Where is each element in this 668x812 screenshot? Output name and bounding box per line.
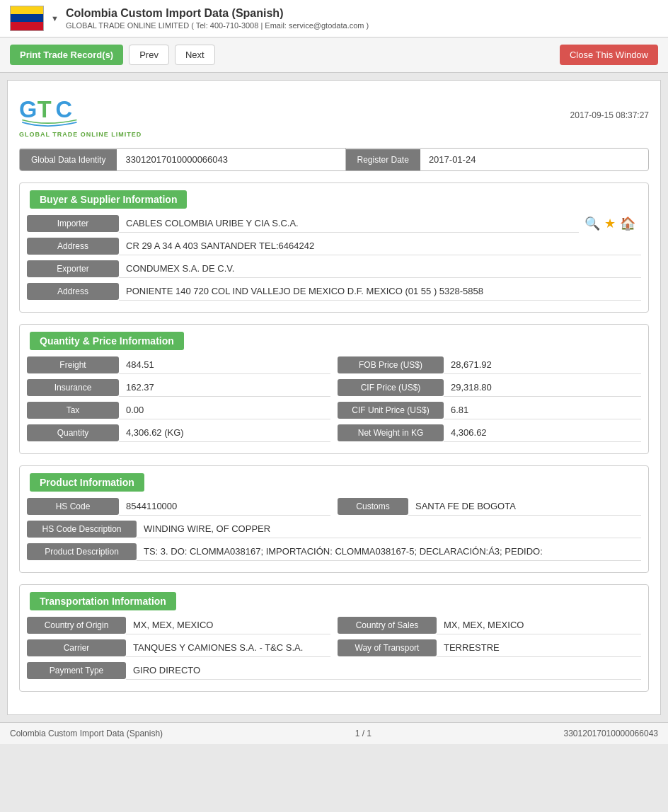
flag-dropdown[interactable]: ▼ xyxy=(51,14,59,23)
hs-code-label: HS Code xyxy=(27,498,119,515)
buyer-supplier-title: Buyer & Supplier Information xyxy=(30,190,187,209)
freight-col: Freight 484.51 xyxy=(27,356,330,374)
hs-code-desc-value: WINDING WIRE, OF COPPER xyxy=(137,520,641,538)
importer-actions: 🔍 ★ 🏠 xyxy=(579,216,641,231)
importer-row: Importer CABLES COLOMBIA URIBE Y CIA S.C… xyxy=(27,214,641,233)
quantity-label: Quantity xyxy=(27,424,119,441)
svg-text:T: T xyxy=(38,97,52,122)
fob-price-value: 28,671.92 xyxy=(444,356,641,374)
carrier-value: TANQUES Y CAMIONES S.A. - T&C S.A. xyxy=(126,639,330,657)
importer-value: CABLES COLOMBIA URIBE Y CIA S.C.A. xyxy=(119,214,579,233)
global-data-identity-label: Global Data Identity xyxy=(20,149,117,170)
quantity-col: Quantity 4,306.62 (KG) xyxy=(27,424,330,442)
insurance-value: 162.37 xyxy=(119,378,330,397)
svg-text:G: G xyxy=(19,97,37,122)
exporter-address-row: Address PONIENTE 140 720 COL IND VALLEJO… xyxy=(27,282,641,301)
tax-cif-unit-row: Tax 0.00 CIF Unit Price (US$) 6.81 xyxy=(27,401,641,419)
top-header: ▼ Colombia Custom Import Data (Spanish) … xyxy=(0,0,668,37)
footer-page-info: 1 / 1 xyxy=(355,729,372,738)
carrier-label: Carrier xyxy=(27,639,126,656)
search-icon[interactable]: 🔍 xyxy=(584,216,600,231)
logo-subtitle: GLOBAL TRADE ONLINE LIMITED xyxy=(19,131,142,138)
quantity-value: 4,306.62 (KG) xyxy=(119,424,330,442)
hs-code-desc-label: HS Code Description xyxy=(27,521,137,538)
origin-sales-row: Country of Origin MX, MEX, MEXICO Countr… xyxy=(27,616,641,634)
cif-unit-price-value: 6.81 xyxy=(444,401,641,419)
net-weight-label: Net Weight in KG xyxy=(338,424,444,441)
country-of-origin-value: MX, MEX, MEXICO xyxy=(126,616,330,634)
importer-address-label: Address xyxy=(27,238,119,255)
product-desc-row: Product Description TS: 3. DO: CLOMMA038… xyxy=(27,543,641,561)
global-data-identity-value: 33012017010000066043 xyxy=(117,149,345,170)
hs-code-desc-row: HS Code Description WINDING WIRE, OF COP… xyxy=(27,520,641,538)
net-weight-col: Net Weight in KG 4,306.62 xyxy=(338,424,641,442)
quantity-price-body: Freight 484.51 FOB Price (US$) 28,671.92… xyxy=(20,350,648,453)
content-area: G T C GLOBAL TRADE ONLINE LIMITED 2017-0… xyxy=(7,80,661,715)
exporter-address-label: Address xyxy=(27,283,119,300)
cif-price-label: CIF Price (US$) xyxy=(338,379,444,396)
close-window-button[interactable]: Close This Window xyxy=(560,45,658,65)
record-datetime: 2017-09-15 08:37:27 xyxy=(570,110,649,120)
freight-fob-row: Freight 484.51 FOB Price (US$) 28,671.92 xyxy=(27,356,641,374)
product-section: Product Information HS Code 8544110000 C… xyxy=(19,465,649,573)
country-of-sales-value: MX, MEX, MEXICO xyxy=(437,616,641,634)
cif-price-col: CIF Price (US$) 29,318.80 xyxy=(338,378,641,397)
customs-label: Customs xyxy=(338,498,408,515)
customs-col: Customs SANTA FE DE BOGOTA xyxy=(338,497,641,516)
app-title: Colombia Custom Import Data (Spanish) xyxy=(66,7,658,20)
customs-value: SANTA FE DE BOGOTA xyxy=(408,497,641,516)
insurance-col: Insurance 162.37 xyxy=(27,378,330,397)
payment-type-value: GIRO DIRECTO xyxy=(126,661,641,680)
country-flag xyxy=(10,6,44,31)
page-footer: Colombia Custom Import Data (Spanish) 1 … xyxy=(0,722,668,744)
register-date-label: Register Date xyxy=(346,149,420,170)
way-of-transport-label: Way of Transport xyxy=(338,639,437,656)
print-button[interactable]: Print Trade Record(s) xyxy=(10,45,123,65)
exporter-label: Exporter xyxy=(27,260,119,277)
exporter-value: CONDUMEX S.A. DE C.V. xyxy=(119,260,641,278)
carrier-transport-row: Carrier TANQUES Y CAMIONES S.A. - T&C S.… xyxy=(27,639,641,657)
way-of-transport-value: TERRESTRE xyxy=(437,639,641,657)
quantity-price-section: Quantity & Price Information Freight 484… xyxy=(19,324,649,454)
prev-button[interactable]: Prev xyxy=(129,45,169,65)
transportation-body: Country of Origin MX, MEX, MEXICO Countr… xyxy=(20,610,648,691)
quantity-price-title-bar: Quantity & Price Information xyxy=(27,332,641,350)
product-desc-label: Product Description xyxy=(27,543,137,560)
freight-label: Freight xyxy=(27,356,119,373)
footer-left: Colombia Custom Import Data (Spanish) xyxy=(10,729,163,738)
register-date-value: 2017-01-24 xyxy=(420,149,648,170)
buyer-supplier-title-bar: Buyer & Supplier Information xyxy=(27,190,641,209)
origin-col: Country of Origin MX, MEX, MEXICO xyxy=(27,616,330,634)
quantity-price-title: Quantity & Price Information xyxy=(30,332,184,350)
payment-type-label: Payment Type xyxy=(27,662,126,679)
product-desc-value: TS: 3. DO: CLOMMA038167; IMPORTACIÓN: CL… xyxy=(137,543,641,561)
way-of-transport-col: Way of Transport TERRESTRE xyxy=(338,639,641,657)
carrier-col: Carrier TANQUES Y CAMIONES S.A. - T&C S.… xyxy=(27,639,330,657)
insurance-label: Insurance xyxy=(27,379,119,396)
next-button[interactable]: Next xyxy=(175,45,215,65)
transportation-title: Transportation Information xyxy=(30,592,176,610)
home-icon[interactable]: 🏠 xyxy=(620,216,635,231)
buyer-supplier-body: Importer CABLES COLOMBIA URIBE Y CIA S.C… xyxy=(20,209,648,312)
tax-col: Tax 0.00 xyxy=(27,401,330,419)
fob-price-label: FOB Price (US$) xyxy=(338,356,444,373)
importer-address-row: Address CR 29 A 34 A 403 SANTANDER TEL:6… xyxy=(27,237,641,255)
app-subtitle: GLOBAL TRADE ONLINE LIMITED ( Tel: 400-7… xyxy=(66,21,658,30)
exporter-row: Exporter CONDUMEX S.A. DE C.V. xyxy=(27,260,641,278)
country-of-origin-label: Country of Origin xyxy=(27,617,126,634)
tax-value: 0.00 xyxy=(119,401,330,419)
fob-price-col: FOB Price (US$) 28,671.92 xyxy=(338,356,641,374)
sales-col: Country of Sales MX, MEX, MEXICO xyxy=(338,616,641,634)
identity-row: Global Data Identity 3301201701000006604… xyxy=(19,148,649,171)
importer-label: Importer xyxy=(27,215,119,232)
country-of-sales-label: Country of Sales xyxy=(338,617,437,634)
product-body: HS Code 8544110000 Customs SANTA FE DE B… xyxy=(20,492,648,572)
cif-unit-price-col: CIF Unit Price (US$) 6.81 xyxy=(338,401,641,419)
transportation-section: Transportation Information Country of Or… xyxy=(19,584,649,692)
star-icon[interactable]: ★ xyxy=(604,216,616,231)
exporter-address-value: PONIENTE 140 720 COL IND VALLEJO DE MEXI… xyxy=(119,282,641,301)
company-logo: G T C xyxy=(19,92,104,131)
hscode-col: HS Code 8544110000 xyxy=(27,497,330,516)
quantity-netweight-row: Quantity 4,306.62 (KG) Net Weight in KG … xyxy=(27,424,641,442)
product-title-bar: Product Information xyxy=(27,473,641,492)
